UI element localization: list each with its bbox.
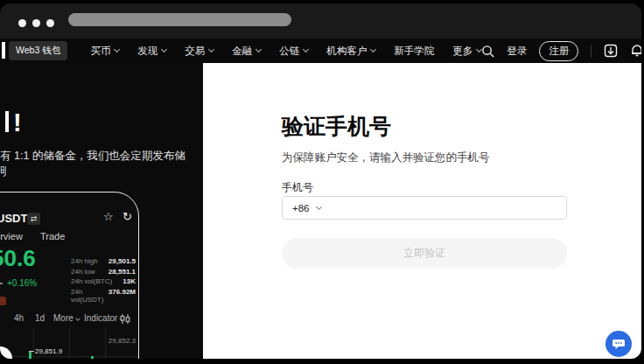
last-price: 50.6 [0,245,36,272]
address-bar[interactable] [68,13,291,26]
background-hero-section: ! 有 1:1 的储备金，我们也会定期发布储 明 USDT ⇄ ☆ ↻ Over… [0,63,203,359]
verify-now-button[interactable]: 立即验证 [282,238,567,269]
nav-item-label: 公链 [279,45,299,58]
nav-item-chain[interactable]: 公链 [279,45,308,58]
page-subtitle: 为保障账户安全，请输入并验证您的手机号 [282,150,490,165]
chevron-down-icon [75,316,80,321]
nav-divider [591,45,592,58]
hero-text-line1: 有 1:1 的储备金，我们也会定期发布储 [0,149,203,164]
nav-item-label: 金融 [232,45,252,58]
browser-window: Web3 钱包 买币 发现 交易 金融 公链 机构客户 新手学院 更多 登录 注… [0,4,641,359]
phone-number-label: 手机号 [282,180,313,195]
stat-value: 29,501.5 [108,257,136,268]
nav-item-buy-crypto[interactable]: 买币 [90,45,119,58]
nav-item-label: 新手学院 [394,45,434,58]
timeframe-1d[interactable]: 1d [35,313,45,323]
market-stats: 24h high29,501.5 24h low28,551.1 24h vol… [71,257,136,298]
notifications-bell-icon[interactable] [630,44,641,58]
nav-item-label: 更多 [452,45,472,58]
swap-pair-icon[interactable]: ⇄ [27,213,40,225]
nav-item-discover[interactable]: 发现 [137,45,166,58]
browser-titlebar [0,4,641,38]
timeframe-label: 4h [14,313,24,323]
nav-item-trade[interactable]: 交易 [185,45,214,58]
login-link[interactable]: 登录 [507,45,527,58]
site-navbar: Web3 钱包 买币 发现 交易 金融 公链 机构客户 新手学院 更多 登录 注… [0,38,641,63]
stat-label: 24h high [71,257,98,268]
stat-row: 24h vol(BTC)13K [71,277,136,288]
chevron-down-icon [370,46,376,52]
screenshot-canvas: Web3 钱包 买币 发现 交易 金融 公链 机构客户 新手学院 更多 登录 注… [0,0,644,364]
chevron-down-icon [208,46,214,52]
price-change-percent: +0.16% [7,278,37,288]
web3-wallet-button[interactable]: Web3 钱包 [9,41,67,60]
trading-pair-label: USDT [0,212,27,225]
nav-item-academy[interactable]: 新手学院 [394,45,434,58]
tab-trade[interactable]: Trade [40,231,65,242]
verify-phone-panel: 验证手机号 为保障账户安全，请输入并验证您的手机号 手机号 +86 立即验证 [203,63,641,359]
chevron-down-icon [161,46,167,52]
window-control-dot[interactable] [18,19,26,27]
chevron-down-icon [315,203,321,209]
chevron-down-icon [114,46,120,52]
nav-item-label: 买币 [90,45,110,58]
nav-right-group: 登录 注册 [481,41,641,61]
nav-item-finance[interactable]: 金融 [232,45,261,58]
stat-label: 24h vol(USDT) [71,288,108,298]
volume-bars [0,328,138,359]
timeframe-4h[interactable]: 4h [14,313,24,323]
favorite-star-icon[interactable]: ☆ [103,210,114,223]
hero-heading-fragment: ! [5,108,22,137]
candlestick-chart-icon[interactable] [120,314,130,324]
hero-text-line2: 明 [0,164,6,179]
phone-trading-mockup: USDT ⇄ ☆ ↻ Overview Trade 50.6 +0.16% 24… [0,192,139,359]
menu-label: Indicator [84,313,117,323]
order-badge [0,297,6,305]
stat-value: 13K [122,277,136,288]
clipped-glyph-bar [5,111,9,132]
register-button[interactable]: 注册 [539,41,578,61]
chevron-down-icon [303,46,309,52]
chevron-down-icon [256,46,262,52]
page-title: 验证手机号 [282,112,391,141]
menu-label: More [53,313,74,323]
stat-label: 24h low [71,268,95,278]
site-logo[interactable] [2,42,5,59]
stat-row: 24h high29,501.5 [71,257,136,268]
nav-item-label: 发现 [137,45,158,58]
clipped-text-fragment [0,283,3,284]
download-app-icon[interactable] [604,44,618,58]
nav-item-institutional[interactable]: 机构客户 [326,45,375,58]
volume-bar [91,356,94,359]
window-control-dot[interactable] [46,19,54,27]
phone-number-input[interactable]: +86 [282,196,567,220]
volume-bar [29,352,32,359]
window-control-dot[interactable] [32,19,40,27]
nav-item-label: 交易 [185,45,205,58]
live-chat-button[interactable] [606,331,632,357]
stat-value: 28,551.1 [108,268,136,278]
page-content: ! 有 1:1 的储备金，我们也会定期发布储 明 USDT ⇄ ☆ ↻ Over… [0,63,641,359]
timeframe-label: 1d [35,313,45,323]
refresh-icon[interactable]: ↻ [122,210,132,223]
stat-label: 24h vol(BTC) [71,277,112,288]
stat-row: 24h vol(USDT)376.92M [71,288,136,298]
nav-items: 买币 发现 交易 金融 公链 机构客户 新手学院 更多 [90,45,481,58]
stat-value: 376.92M [108,288,136,298]
nav-item-more[interactable]: 更多 [452,45,481,58]
search-icon[interactable] [481,45,494,58]
tab-overview[interactable]: Overview [0,231,23,242]
chart-more-menu[interactable]: More [53,313,80,323]
country-code-select[interactable]: +86 [292,203,310,214]
stat-row: 24h low28,551.1 [71,268,136,278]
nav-item-label: 机构客户 [326,45,367,58]
chat-bubble-icon [612,337,626,351]
chart-indicator-menu[interactable]: Indicator [84,313,123,323]
hero-exclaim-text: ! [13,108,22,137]
